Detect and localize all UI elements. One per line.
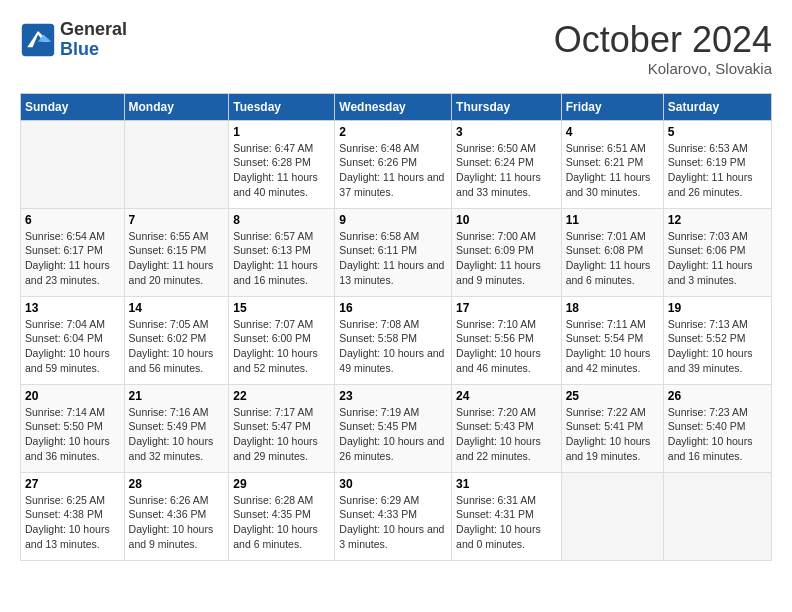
calendar-table: SundayMondayTuesdayWednesdayThursdayFrid… <box>20 93 772 561</box>
calendar-week-4: 20Sunrise: 7:14 AMSunset: 5:50 PMDayligh… <box>21 384 772 472</box>
calendar-cell: 5Sunrise: 6:53 AMSunset: 6:19 PMDaylight… <box>663 120 771 208</box>
calendar-week-2: 6Sunrise: 6:54 AMSunset: 6:17 PMDaylight… <box>21 208 772 296</box>
calendar-cell: 15Sunrise: 7:07 AMSunset: 6:00 PMDayligh… <box>229 296 335 384</box>
day-number: 27 <box>25 477 120 491</box>
day-info: Sunrise: 6:28 AMSunset: 4:35 PMDaylight:… <box>233 493 330 552</box>
logo-icon <box>20 22 56 58</box>
day-info: Sunrise: 7:10 AMSunset: 5:56 PMDaylight:… <box>456 317 557 376</box>
calendar-body: 1Sunrise: 6:47 AMSunset: 6:28 PMDaylight… <box>21 120 772 560</box>
day-number: 14 <box>129 301 225 315</box>
calendar-cell: 8Sunrise: 6:57 AMSunset: 6:13 PMDaylight… <box>229 208 335 296</box>
day-info: Sunrise: 7:23 AMSunset: 5:40 PMDaylight:… <box>668 405 767 464</box>
day-number: 6 <box>25 213 120 227</box>
day-info: Sunrise: 6:54 AMSunset: 6:17 PMDaylight:… <box>25 229 120 288</box>
day-info: Sunrise: 7:04 AMSunset: 6:04 PMDaylight:… <box>25 317 120 376</box>
day-number: 15 <box>233 301 330 315</box>
day-number: 22 <box>233 389 330 403</box>
calendar-cell: 4Sunrise: 6:51 AMSunset: 6:21 PMDaylight… <box>561 120 663 208</box>
day-number: 16 <box>339 301 447 315</box>
calendar-cell: 13Sunrise: 7:04 AMSunset: 6:04 PMDayligh… <box>21 296 125 384</box>
logo: General Blue <box>20 20 127 60</box>
month-title: October 2024 <box>554 20 772 60</box>
day-info: Sunrise: 7:16 AMSunset: 5:49 PMDaylight:… <box>129 405 225 464</box>
calendar-cell <box>21 120 125 208</box>
weekday-header-tuesday: Tuesday <box>229 93 335 120</box>
calendar-cell: 16Sunrise: 7:08 AMSunset: 5:58 PMDayligh… <box>335 296 452 384</box>
calendar-cell: 29Sunrise: 6:28 AMSunset: 4:35 PMDayligh… <box>229 472 335 560</box>
calendar-header: SundayMondayTuesdayWednesdayThursdayFrid… <box>21 93 772 120</box>
day-info: Sunrise: 6:53 AMSunset: 6:19 PMDaylight:… <box>668 141 767 200</box>
calendar-cell: 6Sunrise: 6:54 AMSunset: 6:17 PMDaylight… <box>21 208 125 296</box>
day-number: 10 <box>456 213 557 227</box>
title-block: October 2024 Kolarovo, Slovakia <box>554 20 772 77</box>
day-number: 29 <box>233 477 330 491</box>
day-number: 24 <box>456 389 557 403</box>
calendar-cell: 18Sunrise: 7:11 AMSunset: 5:54 PMDayligh… <box>561 296 663 384</box>
calendar-cell <box>663 472 771 560</box>
day-info: Sunrise: 6:48 AMSunset: 6:26 PMDaylight:… <box>339 141 447 200</box>
calendar-week-5: 27Sunrise: 6:25 AMSunset: 4:38 PMDayligh… <box>21 472 772 560</box>
calendar-cell: 10Sunrise: 7:00 AMSunset: 6:09 PMDayligh… <box>452 208 562 296</box>
day-info: Sunrise: 7:14 AMSunset: 5:50 PMDaylight:… <box>25 405 120 464</box>
day-number: 2 <box>339 125 447 139</box>
calendar-cell <box>561 472 663 560</box>
calendar-cell: 17Sunrise: 7:10 AMSunset: 5:56 PMDayligh… <box>452 296 562 384</box>
day-number: 23 <box>339 389 447 403</box>
calendar-cell: 21Sunrise: 7:16 AMSunset: 5:49 PMDayligh… <box>124 384 229 472</box>
day-number: 21 <box>129 389 225 403</box>
day-info: Sunrise: 6:55 AMSunset: 6:15 PMDaylight:… <box>129 229 225 288</box>
day-number: 4 <box>566 125 659 139</box>
calendar-cell: 30Sunrise: 6:29 AMSunset: 4:33 PMDayligh… <box>335 472 452 560</box>
calendar-cell: 11Sunrise: 7:01 AMSunset: 6:08 PMDayligh… <box>561 208 663 296</box>
weekday-header-saturday: Saturday <box>663 93 771 120</box>
weekday-header-sunday: Sunday <box>21 93 125 120</box>
day-info: Sunrise: 6:58 AMSunset: 6:11 PMDaylight:… <box>339 229 447 288</box>
day-number: 7 <box>129 213 225 227</box>
page-header: General Blue October 2024 Kolarovo, Slov… <box>20 20 772 77</box>
calendar-cell <box>124 120 229 208</box>
day-info: Sunrise: 6:57 AMSunset: 6:13 PMDaylight:… <box>233 229 330 288</box>
day-info: Sunrise: 6:47 AMSunset: 6:28 PMDaylight:… <box>233 141 330 200</box>
day-info: Sunrise: 7:19 AMSunset: 5:45 PMDaylight:… <box>339 405 447 464</box>
calendar-cell: 19Sunrise: 7:13 AMSunset: 5:52 PMDayligh… <box>663 296 771 384</box>
calendar-week-1: 1Sunrise: 6:47 AMSunset: 6:28 PMDaylight… <box>21 120 772 208</box>
calendar-cell: 9Sunrise: 6:58 AMSunset: 6:11 PMDaylight… <box>335 208 452 296</box>
calendar-cell: 27Sunrise: 6:25 AMSunset: 4:38 PMDayligh… <box>21 472 125 560</box>
day-info: Sunrise: 7:13 AMSunset: 5:52 PMDaylight:… <box>668 317 767 376</box>
calendar-cell: 24Sunrise: 7:20 AMSunset: 5:43 PMDayligh… <box>452 384 562 472</box>
day-info: Sunrise: 6:29 AMSunset: 4:33 PMDaylight:… <box>339 493 447 552</box>
day-info: Sunrise: 6:31 AMSunset: 4:31 PMDaylight:… <box>456 493 557 552</box>
day-number: 8 <box>233 213 330 227</box>
day-info: Sunrise: 7:07 AMSunset: 6:00 PMDaylight:… <box>233 317 330 376</box>
calendar-cell: 2Sunrise: 6:48 AMSunset: 6:26 PMDaylight… <box>335 120 452 208</box>
weekday-header-thursday: Thursday <box>452 93 562 120</box>
day-number: 5 <box>668 125 767 139</box>
day-number: 17 <box>456 301 557 315</box>
calendar-cell: 12Sunrise: 7:03 AMSunset: 6:06 PMDayligh… <box>663 208 771 296</box>
day-info: Sunrise: 7:20 AMSunset: 5:43 PMDaylight:… <box>456 405 557 464</box>
day-number: 1 <box>233 125 330 139</box>
calendar-cell: 26Sunrise: 7:23 AMSunset: 5:40 PMDayligh… <box>663 384 771 472</box>
weekday-header-wednesday: Wednesday <box>335 93 452 120</box>
day-number: 30 <box>339 477 447 491</box>
day-number: 26 <box>668 389 767 403</box>
calendar-cell: 22Sunrise: 7:17 AMSunset: 5:47 PMDayligh… <box>229 384 335 472</box>
day-number: 9 <box>339 213 447 227</box>
day-number: 3 <box>456 125 557 139</box>
day-number: 18 <box>566 301 659 315</box>
day-info: Sunrise: 6:25 AMSunset: 4:38 PMDaylight:… <box>25 493 120 552</box>
day-info: Sunrise: 6:50 AMSunset: 6:24 PMDaylight:… <box>456 141 557 200</box>
day-number: 12 <box>668 213 767 227</box>
day-info: Sunrise: 7:22 AMSunset: 5:41 PMDaylight:… <box>566 405 659 464</box>
calendar-cell: 28Sunrise: 6:26 AMSunset: 4:36 PMDayligh… <box>124 472 229 560</box>
calendar-cell: 14Sunrise: 7:05 AMSunset: 6:02 PMDayligh… <box>124 296 229 384</box>
calendar-cell: 7Sunrise: 6:55 AMSunset: 6:15 PMDaylight… <box>124 208 229 296</box>
calendar-cell: 23Sunrise: 7:19 AMSunset: 5:45 PMDayligh… <box>335 384 452 472</box>
calendar-cell: 3Sunrise: 6:50 AMSunset: 6:24 PMDaylight… <box>452 120 562 208</box>
weekday-header-monday: Monday <box>124 93 229 120</box>
day-number: 31 <box>456 477 557 491</box>
day-number: 28 <box>129 477 225 491</box>
day-info: Sunrise: 7:17 AMSunset: 5:47 PMDaylight:… <box>233 405 330 464</box>
day-number: 13 <box>25 301 120 315</box>
calendar-week-3: 13Sunrise: 7:04 AMSunset: 6:04 PMDayligh… <box>21 296 772 384</box>
